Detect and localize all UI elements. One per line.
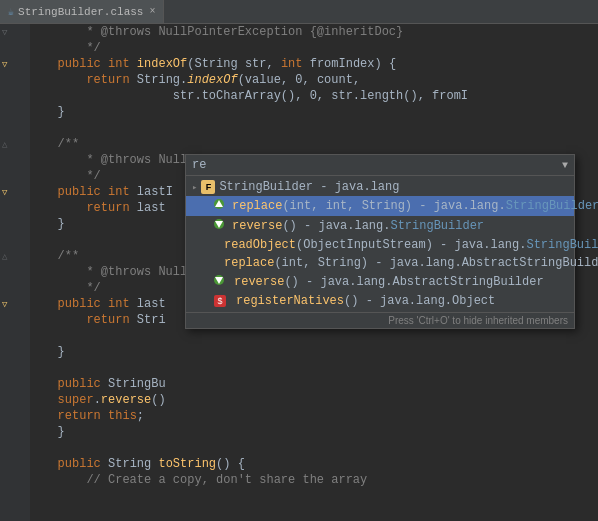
code-text: return this; [36,409,144,423]
gutter-row [0,168,30,184]
gutter-row [0,216,30,232]
code-line: */ [36,40,598,56]
autocomplete-item[interactable]: replace(int, int, String) - java.lang.St… [186,196,574,216]
code-line: return String.indexOf(value, 0, count, [36,72,598,88]
fold-icon: ▽ [2,59,7,70]
editor-tab[interactable]: ☕ StringBuilder.class × [0,0,164,23]
gutter-row [0,200,30,216]
code-line: public String toString() { [36,456,598,472]
gutter-row [0,104,30,120]
autocomplete-item[interactable]: replace(int, String) - java.lang.Abstrac… [186,254,574,272]
code-text: * @throws Null [36,265,187,279]
code-text: } [36,345,65,359]
gutter-row [0,472,30,488]
code-text: } [36,105,65,119]
gutter-row [0,120,30,136]
item-arrow-down2 [214,274,224,290]
code-line [36,360,598,376]
code-line [36,328,598,344]
gutter-row [0,312,30,328]
code-text: } [36,425,65,439]
gutter-row: △ [0,248,30,264]
code-line [36,440,598,456]
fold-icon: △ [2,251,7,262]
code-line: * @throws NullPointerException {@inherit… [36,24,598,40]
group-name: StringBuilder - java.lang [219,180,399,194]
line-gutter: ▽ ▽ △ ▽ △ ▽ [0,24,30,521]
item-label: registerNatives() - java.lang.Object [236,294,495,308]
autocomplete-popup: ▼ ▸ F StringBuilder - java.lang replace(… [185,154,575,329]
code-line: str.toCharArray(), 0, str.length(), from… [36,88,598,104]
autocomplete-footer: Press 'Ctrl+O' to hide inherited members [186,312,574,328]
code-text: */ [36,41,101,55]
code-line: } [36,424,598,440]
gutter-row [0,376,30,392]
code-text: */ [36,169,101,183]
gutter-row [0,264,30,280]
gutter-row [0,72,30,88]
code-line: super.reverse() [36,392,598,408]
gutter-row [0,88,30,104]
gutter-row [0,488,30,504]
code-text: str.toCharArray(), 0, str.length(), from… [36,89,468,103]
item-arrow-up [214,198,224,214]
tab-close-button[interactable]: × [149,6,155,17]
fold-icon: ▽ [2,27,7,38]
gutter-row [0,424,30,440]
autocomplete-tree: ▸ F StringBuilder - java.lang replace(in… [186,176,574,312]
tab-bar: ☕ StringBuilder.class × [0,0,598,24]
item-red-dollar: $ [214,295,226,307]
gutter-row: ▽ [0,296,30,312]
autocomplete-input[interactable] [192,158,558,172]
gutter-row [0,440,30,456]
gutter-row [0,392,30,408]
code-line: } [36,104,598,120]
group-type-icon: F [201,180,215,194]
code-text: super.reverse() [36,393,166,407]
code-text: public StringBu [36,377,166,391]
gutter-row [0,232,30,248]
gutter-row [0,40,30,56]
code-line: return this; [36,408,598,424]
code-line: /** [36,136,598,152]
autocomplete-item[interactable]: $ registerNatives() - java.lang.Object [186,292,574,310]
fold-icon: ▽ [2,187,7,198]
item-label: readObject(ObjectInputStream) - java.lan… [224,238,598,252]
autocomplete-item[interactable]: reverse() - java.lang.AbstractStringBuil… [186,272,574,292]
gutter-row: ▽ [0,24,30,40]
code-text: public String toString() { [36,457,245,471]
autocomplete-header: ▼ [186,155,574,176]
code-text: return Stri [36,313,166,327]
autocomplete-item[interactable]: readObject(ObjectInputStream) - java.lan… [186,236,574,254]
code-text: * @throws NullPointerException {@inherit… [36,25,403,39]
code-text: public int indexOf(String str, int fromI… [36,57,396,71]
java-file-icon: ☕ [8,6,14,18]
dropdown-arrow-icon[interactable]: ▼ [562,160,568,171]
code-line: } [36,344,598,360]
gutter-row [0,328,30,344]
item-label: replace(int, int, String) - java.lang.St… [232,199,598,213]
code-text: } [36,217,65,231]
code-text: */ [36,281,101,295]
tree-expand-icon[interactable]: ▸ [192,182,197,193]
editor-container: ☕ StringBuilder.class × ▽ ▽ △ ▽ △ ▽ [0,0,598,521]
code-line: // Create a copy, don't share the array [36,472,598,488]
autocomplete-footer-text: Press 'Ctrl+O' to hide inherited members [388,315,568,326]
editor-body: ▽ ▽ △ ▽ △ ▽ [0,24,598,521]
code-text: /** [36,249,79,263]
code-line: public int indexOf(String str, int fromI… [36,56,598,72]
code-text: public int lastI [36,185,173,199]
gutter-row [0,408,30,424]
item-arrow-down [214,218,224,234]
autocomplete-item[interactable]: reverse() - java.lang.StringBuilder [186,216,574,236]
code-text: * @throws Null [36,153,187,167]
gutter-row [0,360,30,376]
gutter-row: △ [0,136,30,152]
gutter-row [0,152,30,168]
gutter-row [0,344,30,360]
item-label: replace(int, String) - java.lang.Abstrac… [224,256,598,270]
item-label: reverse() - java.lang.AbstractStringBuil… [234,275,544,289]
code-text: /** [36,137,79,151]
code-text: return last [36,201,166,215]
code-text: return String.indexOf(value, 0, count, [36,73,360,87]
